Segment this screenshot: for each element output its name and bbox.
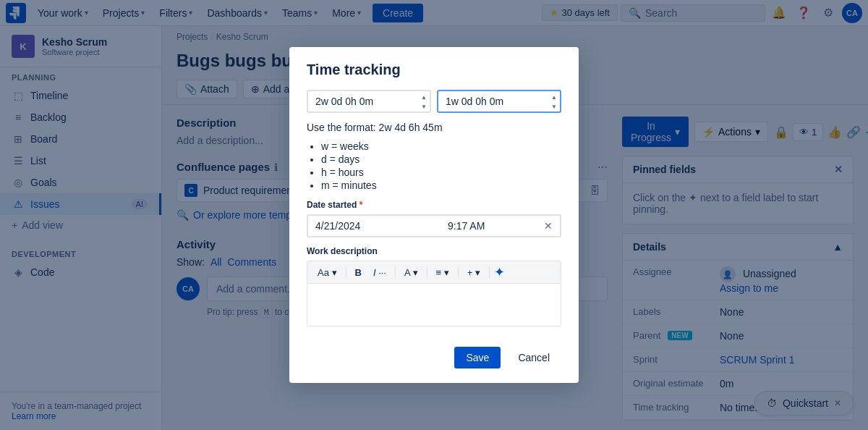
format-list: w = weeks d = days h = hours m = minutes xyxy=(321,140,561,191)
editor-toolbar: Aa ▾ B I ··· A ▾ ≡ ▾ + ▾ ✦ xyxy=(307,261,561,283)
editor-sep-1 xyxy=(346,266,346,278)
editor-sep-3 xyxy=(427,266,427,278)
editor-sep-2 xyxy=(395,266,396,278)
format-hint: Use the format: 2w 4d 6h 45m xyxy=(307,122,561,133)
time-remaining-up-arrow[interactable]: ▲ xyxy=(550,93,558,101)
format-item-weeks: w = weeks xyxy=(321,140,561,152)
required-indicator: * xyxy=(359,200,363,210)
editor-font-button[interactable]: Aa ▾ xyxy=(313,266,341,279)
editor-italic-button[interactable]: I ··· xyxy=(369,266,391,279)
time-spent-input[interactable] xyxy=(307,90,431,113)
time-remaining-wrap: ▲ ▼ xyxy=(437,90,561,113)
editor-sep-4 xyxy=(458,266,459,278)
cancel-button[interactable]: Cancel xyxy=(506,347,561,368)
date-label: Date started * xyxy=(307,200,561,210)
time-remaining-input[interactable] xyxy=(437,90,561,113)
time-tracking-modal: Time tracking ▲ ▼ ▲ ▼ xyxy=(289,47,579,383)
modal-header: Time tracking xyxy=(289,47,579,90)
date-input-row: ✕ xyxy=(307,214,561,237)
editor-area[interactable] xyxy=(307,283,561,326)
modal-title: Time tracking xyxy=(307,62,561,78)
time-inputs-row: ▲ ▼ ▲ ▼ xyxy=(307,90,561,113)
time-spent-wrap: ▲ ▼ xyxy=(307,90,431,113)
editor-sep-5 xyxy=(489,266,490,278)
modal-body: ▲ ▼ ▲ ▼ Use the format: 2w 4d 6h 45m w =… xyxy=(289,90,579,338)
work-description-label: Work description xyxy=(307,246,561,256)
editor-bold-button[interactable]: B xyxy=(351,266,366,279)
time-down-arrow[interactable]: ▼ xyxy=(420,102,428,111)
save-button[interactable]: Save xyxy=(454,347,501,368)
format-item-days: d = days xyxy=(321,153,561,165)
date-input[interactable] xyxy=(315,220,442,232)
format-item-hours: h = hours xyxy=(321,166,561,178)
time-up-arrow[interactable]: ▲ xyxy=(420,93,428,101)
time-remaining-arrows: ▲ ▼ xyxy=(550,93,558,111)
editor-list-button[interactable]: ≡ ▾ xyxy=(432,266,454,279)
time-remaining-down-arrow[interactable]: ▼ xyxy=(550,102,558,111)
date-clear-button[interactable]: ✕ xyxy=(544,220,553,232)
format-item-minutes: m = minutes xyxy=(321,180,561,191)
modal-overlay: Time tracking ▲ ▼ ▲ ▼ xyxy=(0,0,868,430)
time-input-field[interactable] xyxy=(448,220,538,232)
editor-insert-button[interactable]: + ▾ xyxy=(463,266,485,279)
time-spent-arrows: ▲ ▼ xyxy=(420,93,428,111)
editor-color-button[interactable]: A ▾ xyxy=(400,266,422,279)
editor-ai-button[interactable]: ✦ xyxy=(494,264,505,280)
modal-footer: Save Cancel xyxy=(289,338,579,383)
